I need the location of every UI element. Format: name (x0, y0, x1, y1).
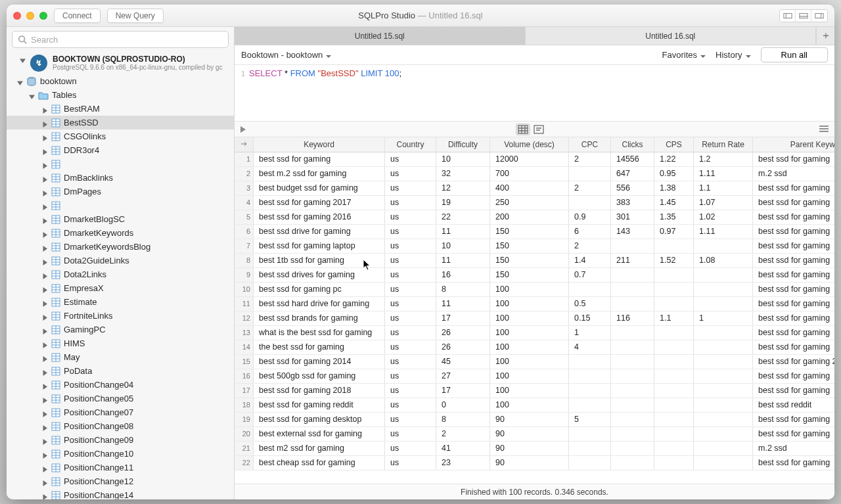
row-number-header[interactable] (235, 137, 254, 152)
cell[interactable]: best ssd hard drive for gaming (254, 296, 385, 311)
cell[interactable] (569, 369, 611, 383)
cell[interactable]: us (385, 398, 436, 412)
cell[interactable]: us (385, 354, 436, 369)
table-row[interactable]: 8best 1tb ssd for gamingus111501.42111.5… (235, 253, 834, 267)
table-row[interactable]: 4best ssd for gaming 2017us192503831.451… (235, 195, 834, 210)
cell[interactable]: 0.15 (569, 311, 611, 325)
cell[interactable]: 6 (569, 224, 611, 239)
cell[interactable]: best ssd for gaming (753, 296, 835, 311)
cell[interactable]: us (385, 296, 436, 311)
table-tree-item[interactable]: PositionChange12 (7, 474, 234, 488)
table-tree-item[interactable]: PositionChange08 (7, 419, 234, 433)
disclosure-triangle-icon[interactable] (42, 478, 48, 484)
cell[interactable]: 12000 (490, 152, 569, 166)
table-tree-item[interactable]: PositionChange09 (7, 433, 234, 447)
disclosure-triangle-icon[interactable] (42, 437, 48, 443)
cell[interactable]: us (385, 412, 436, 426)
cell[interactable]: 100 (490, 398, 569, 412)
cell[interactable]: 90 (490, 441, 569, 455)
cell[interactable]: 100 (490, 383, 569, 398)
cell[interactable]: best 1tb ssd for gaming (254, 253, 385, 267)
disclosure-triangle-icon[interactable] (42, 368, 48, 374)
cell[interactable]: us (385, 210, 436, 224)
disclosure-triangle-icon[interactable] (29, 92, 35, 98)
zoom-window-button[interactable] (39, 12, 47, 20)
sql-editor[interactable]: 1 SELECT * FROM "BestSSD" LIMIT 100; (235, 65, 834, 122)
cell[interactable] (611, 369, 654, 383)
table-tree-item[interactable]: PositionChange05 (7, 392, 234, 405)
cell[interactable] (694, 296, 753, 311)
column-header[interactable]: CPC (569, 137, 611, 152)
cell[interactable]: best ssd for gaming (753, 325, 835, 340)
disclosure-triangle-icon[interactable] (42, 451, 48, 457)
cell[interactable] (694, 325, 753, 340)
cell[interactable] (611, 383, 654, 398)
disclosure-triangle-icon[interactable] (42, 492, 48, 498)
table-tree-item[interactable]: BestRAM (7, 102, 234, 116)
cell[interactable]: best ssd for gaming laptop (254, 239, 385, 253)
layout-left-pane-icon[interactable] (780, 10, 796, 22)
cell[interactable]: 22 (436, 210, 490, 224)
cell[interactable]: us (385, 267, 436, 282)
table-tree-item[interactable]: GamingPC (7, 323, 234, 336)
cell[interactable]: 1.07 (694, 195, 753, 210)
cell[interactable] (694, 426, 753, 441)
table-row[interactable]: 22best cheap ssd for gamingus2390best ss… (235, 455, 834, 470)
cell[interactable]: 1.38 (654, 181, 694, 195)
cell[interactable]: 90 (490, 455, 569, 470)
cell[interactable] (569, 383, 611, 398)
cell[interactable]: 26 (436, 340, 490, 354)
minimize-window-button[interactable] (26, 12, 34, 20)
cell[interactable]: 2 (569, 239, 611, 253)
table-tree-item[interactable]: HIMS (7, 336, 234, 350)
cell[interactable]: 41 (436, 441, 490, 455)
cell[interactable]: best m2 ssd for gaming (254, 441, 385, 455)
disclosure-triangle-icon[interactable] (42, 354, 48, 360)
table-row[interactable]: 3best budget ssd for gamingus1240025561.… (235, 181, 834, 195)
cell[interactable] (611, 267, 654, 282)
cell[interactable]: 1.4 (569, 253, 611, 267)
disclosure-triangle-icon[interactable] (42, 396, 48, 401)
cell[interactable]: 0 (436, 398, 490, 412)
cell[interactable]: best ssd for gaming pc (254, 282, 385, 296)
cell[interactable]: m.2 ssd (753, 441, 835, 455)
cell[interactable]: 90 (490, 426, 569, 441)
cell[interactable]: 2 (569, 152, 611, 166)
cell[interactable]: 1.02 (694, 210, 753, 224)
cell[interactable]: 116 (611, 311, 654, 325)
cell[interactable] (569, 426, 611, 441)
disclosure-triangle-icon[interactable] (42, 258, 48, 263)
editor-tab[interactable]: Untitled 16.sql (526, 27, 817, 45)
cell[interactable]: 400 (490, 181, 569, 195)
cell[interactable]: 5 (569, 412, 611, 426)
cell[interactable]: best ssd for gaming (753, 253, 835, 267)
cell[interactable]: best ssd for gaming (753, 267, 835, 282)
table-row[interactable]: 13what is the best ssd for gamingus26100… (235, 325, 834, 340)
cell[interactable] (654, 267, 694, 282)
table-tree-item[interactable]: BestSSD (7, 116, 234, 129)
cell[interactable]: 100 (490, 325, 569, 340)
cell[interactable] (654, 340, 694, 354)
cell[interactable]: 700 (490, 166, 569, 181)
cell[interactable] (694, 412, 753, 426)
cell[interactable]: 1.52 (654, 253, 694, 267)
cell[interactable]: best ssd for gaming (753, 210, 835, 224)
results-options-button[interactable] (819, 124, 829, 135)
cell[interactable] (611, 340, 654, 354)
cell[interactable] (611, 239, 654, 253)
cell[interactable] (611, 412, 654, 426)
cell[interactable] (654, 383, 694, 398)
editor-tab[interactable]: Untitled 15.sql (235, 27, 526, 45)
cell[interactable]: 150 (490, 253, 569, 267)
cell[interactable]: best ssd for gaming (753, 282, 835, 296)
cell[interactable]: us (385, 383, 436, 398)
layout-segmented-control[interactable] (779, 9, 828, 22)
cell[interactable]: best ssd for gaming 2017 (254, 195, 385, 210)
cell[interactable]: best ssd for gaming 2014 (254, 354, 385, 369)
cell[interactable]: best ssd for gaming (753, 181, 835, 195)
cell[interactable]: best ssd for gaming 2 (753, 354, 835, 369)
disclosure-triangle-icon[interactable] (42, 299, 48, 305)
table-row[interactable]: 18best ssd for gaming redditus0100best s… (235, 398, 834, 412)
disclosure-triangle-icon[interactable] (42, 133, 48, 139)
table-tree-item[interactable]: Dota2Links (7, 267, 234, 281)
